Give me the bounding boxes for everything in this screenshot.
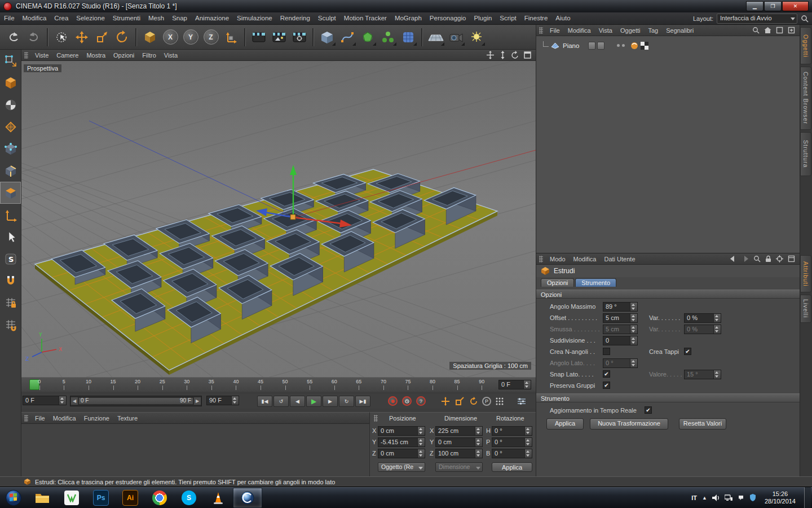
section-strumento[interactable]: Strumento (536, 393, 800, 402)
model-mode-button[interactable] (0, 72, 21, 94)
texture-mode-button[interactable] (0, 94, 21, 116)
keyframe-selection-button[interactable]: ? (416, 396, 426, 406)
viewport-menu-item[interactable]: Vista (160, 50, 182, 61)
object-row-piano[interactable]: Piano (541, 41, 648, 50)
tweak-mode-button[interactable] (0, 226, 21, 248)
object-menu-item[interactable]: Modifica (564, 25, 595, 36)
tab-opzioni[interactable]: Opzioni (541, 278, 574, 287)
crea-nangoli-checkbox[interactable] (603, 348, 610, 355)
panel-grip[interactable] (539, 256, 543, 262)
render-view-button[interactable] (249, 27, 269, 48)
viewport-menu-item[interactable]: Opzioni (109, 50, 138, 61)
nuova-trasformazione-button[interactable]: Nuova Trasformazione (590, 418, 668, 430)
taskbar-photoshop-button[interactable]: Ps (86, 488, 116, 508)
magnet-snap-button[interactable] (0, 270, 21, 292)
attribute-menu-item[interactable]: Modo (546, 253, 570, 265)
menu-item[interactable]: Personaggio (426, 12, 470, 24)
target-icon[interactable] (776, 255, 783, 262)
menu-item[interactable]: Aiuto (551, 12, 574, 24)
viewport-canvas[interactable]: YXZ (21, 61, 536, 377)
var1-field[interactable]: 0 % (684, 313, 721, 323)
restore-button[interactable]: ❐ (764, 1, 782, 11)
taskbar-media-app-button[interactable] (57, 488, 86, 508)
array-generator-button[interactable] (378, 27, 398, 48)
size-z-field[interactable]: 100 cm (435, 449, 483, 458)
menu-item[interactable]: Sculpt (314, 12, 340, 24)
material-menu-item[interactable]: Funzione (80, 413, 113, 424)
tab-strumento[interactable]: Strumento (575, 278, 616, 287)
subdivision-surface-button[interactable] (358, 27, 378, 48)
camera-button[interactable] (446, 27, 466, 48)
side-tab-attributi[interactable]: Attributi (800, 255, 811, 292)
last-tool-button[interactable] (140, 27, 160, 48)
record-position-toggle[interactable] (440, 396, 451, 407)
menu-item[interactable]: MoGraph (391, 12, 426, 24)
menu-item[interactable]: Plugin (470, 12, 496, 24)
pos-x-field[interactable]: 0 cm (378, 426, 425, 436)
volume-icon[interactable] (712, 494, 720, 501)
record-parameter-toggle[interactable]: P (482, 397, 491, 406)
menu-item[interactable]: Finestre (520, 12, 552, 24)
previous-frame-button[interactable]: ◀ (290, 396, 305, 407)
close-button[interactable]: ✕ (782, 1, 809, 11)
language-indicator[interactable]: IT (691, 494, 697, 501)
offset-field[interactable]: 5 cm (603, 313, 638, 323)
play-backwards-button[interactable]: ↺ (273, 396, 289, 407)
record-rotation-toggle[interactable] (468, 396, 479, 407)
taskbar-clock[interactable]: 15:26 28/10/2014 (761, 491, 799, 505)
panel-menu-icon[interactable] (788, 27, 795, 34)
aggiornamento-checkbox[interactable]: ✔ (645, 406, 652, 414)
x-lock-button[interactable]: X (160, 27, 180, 48)
preserva-gruppi-checkbox[interactable]: ✔ (603, 382, 610, 389)
add-primitive-button[interactable] (317, 27, 337, 48)
viewport-menu-item[interactable]: Mostra (82, 50, 109, 61)
panel-grip[interactable] (24, 415, 28, 422)
deformer-button[interactable] (398, 27, 418, 48)
size-x-field[interactable]: 225 cm (435, 426, 483, 436)
angolo-massimo-field[interactable]: 89 ° (603, 302, 638, 312)
range-bar[interactable] (78, 397, 193, 405)
material-menu-item[interactable]: Texture (113, 413, 142, 424)
record-pla-toggle[interactable] (494, 396, 505, 407)
record-scale-toggle[interactable] (454, 396, 465, 407)
edit-chip-icon[interactable] (588, 42, 595, 50)
taskbar-chrome-button[interactable] (145, 488, 174, 508)
minimize-button[interactable]: ▁ (746, 1, 764, 11)
side-tab-oggetti[interactable]: Oggetti (800, 27, 811, 64)
play-button[interactable]: ▶ (306, 396, 321, 407)
goto-start-button[interactable]: ▮◀ (257, 396, 272, 407)
camera-label[interactable]: Prospettiva (24, 64, 61, 72)
crea-tappi-checkbox[interactable]: ✔ (684, 348, 691, 355)
taskbar-illustrator-button[interactable]: Ai (116, 488, 145, 508)
search-icon[interactable] (801, 15, 809, 23)
update-icon[interactable] (749, 494, 756, 501)
axis-mode-button[interactable] (0, 204, 21, 226)
menu-item[interactable]: Animazione (191, 12, 233, 24)
section-opzioni[interactable]: Opzioni (536, 290, 800, 299)
coordinates-apply-button[interactable]: Applica (492, 462, 532, 472)
menu-item[interactable]: Modifica (19, 12, 51, 24)
action-center-icon[interactable] (738, 494, 744, 501)
viewport-visibility-dot[interactable] (617, 44, 620, 47)
move-tool-button[interactable] (72, 27, 92, 48)
object-menu-item[interactable]: Oggetti (616, 25, 644, 36)
viewport-menu-item[interactable]: Filtro (138, 50, 160, 61)
snap-button[interactable]: S (0, 248, 21, 270)
loop-button[interactable]: ↻ (339, 396, 354, 407)
autokeying-button[interactable] (402, 396, 412, 406)
object-menu-item[interactable]: File (546, 25, 564, 36)
side-tab-livelli[interactable]: Livelli (800, 295, 811, 323)
scale-tool-button[interactable] (92, 27, 112, 48)
pan-view-icon[interactable] (486, 51, 495, 59)
render-settings-button[interactable] (289, 27, 310, 48)
material-menu-item[interactable]: File (31, 413, 49, 424)
network-icon[interactable] (725, 494, 732, 501)
polygons-mode-button[interactable] (0, 182, 21, 204)
size-y-field[interactable]: 0 cm (435, 437, 483, 447)
new-panel-icon[interactable] (788, 255, 795, 262)
object-mode-dropdown[interactable]: Oggetto (Re (378, 462, 425, 472)
quantize-button[interactable] (0, 292, 21, 314)
workplane-mode-button[interactable] (0, 116, 21, 138)
y-lock-button[interactable]: Y (180, 27, 201, 48)
add-spline-button[interactable] (337, 27, 358, 48)
